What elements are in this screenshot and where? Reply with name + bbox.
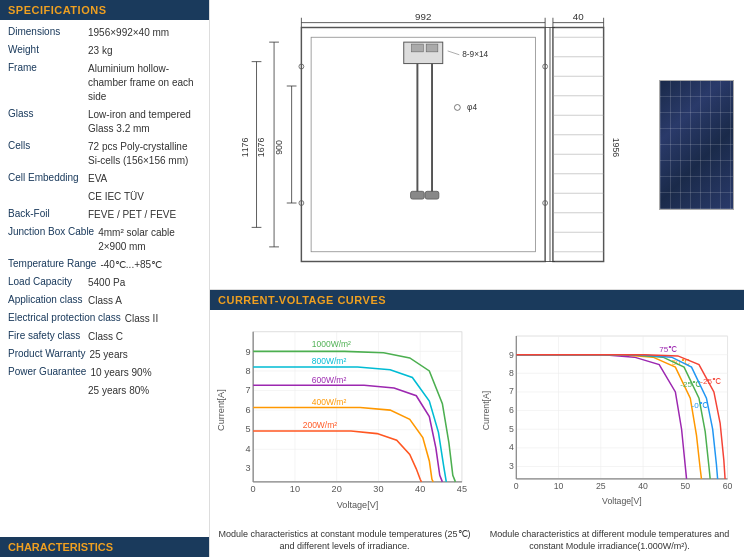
spec-row-elecclass: Electrical protection class Class II bbox=[8, 312, 201, 326]
svg-text:4: 4 bbox=[245, 444, 250, 454]
svg-text:8: 8 bbox=[509, 368, 514, 378]
spec-value-warranty: 25 years bbox=[89, 348, 127, 362]
spec-label-glass: Glass bbox=[8, 108, 88, 119]
svg-text:0: 0 bbox=[514, 481, 519, 491]
spec-value-certs: CE IEC TÜV bbox=[88, 190, 144, 204]
spec-label-dimensions: Dimensions bbox=[8, 26, 88, 37]
svg-rect-9 bbox=[553, 28, 604, 262]
svg-text:Current[A]: Current[A] bbox=[481, 391, 491, 431]
svg-text:45: 45 bbox=[457, 484, 467, 494]
spec-value-appclass: Class A bbox=[88, 294, 122, 308]
spec-label-junctionbox: Junction Box Cable bbox=[8, 226, 98, 237]
svg-text:40: 40 bbox=[415, 484, 425, 494]
spec-value-weight: 23 kg bbox=[88, 44, 112, 58]
svg-text:9: 9 bbox=[509, 350, 514, 360]
svg-text:40: 40 bbox=[638, 481, 648, 491]
chart1-caption: Module characteristics at constant modul… bbox=[214, 528, 475, 553]
svg-rect-10 bbox=[311, 37, 535, 252]
right-panel: 992 40 bbox=[210, 0, 744, 557]
svg-text:1956: 1956 bbox=[611, 138, 621, 158]
panel-grid-overlay bbox=[660, 81, 733, 209]
chart2-svg: 9 8 7 6 5 4 3 0 10 25 40 50 60 bbox=[479, 314, 740, 526]
specs-header: SPECIFICATIONS bbox=[0, 0, 209, 20]
spec-row-backfoil: Back-Foil FEVE / PET / FEVE bbox=[8, 208, 201, 222]
svg-text:8: 8 bbox=[245, 366, 250, 376]
spec-value-elecclass: Class II bbox=[125, 312, 158, 326]
spec-row-temp: Temperature Range -40℃...+85℃ bbox=[8, 258, 201, 272]
chart2-caption: Module characteristics at different modu… bbox=[479, 528, 740, 553]
spec-row-power10: Power Guarantee 10 years 90% bbox=[8, 366, 201, 380]
svg-text:600W/m²: 600W/m² bbox=[312, 375, 347, 385]
spec-label-firesafety: Fire safety class bbox=[8, 330, 88, 341]
spec-value-junctionbox: 4mm² solar cable 2×900 mm bbox=[98, 226, 201, 254]
spec-value-temp: -40℃...+85℃ bbox=[100, 258, 162, 272]
spec-label-warranty: Product Warranty bbox=[8, 348, 89, 359]
spec-label-power10: Power Guarantee bbox=[8, 366, 90, 377]
spec-row-warranty: Product Warranty 25 years bbox=[8, 348, 201, 362]
svg-text:800W/m²: 800W/m² bbox=[312, 356, 347, 366]
spec-label-load: Load Capacity bbox=[8, 276, 88, 287]
svg-text:75℃: 75℃ bbox=[659, 345, 677, 354]
svg-text:5: 5 bbox=[509, 424, 514, 434]
spec-row-firesafety: Fire safety class Class C bbox=[8, 330, 201, 344]
spec-row-cells: Cells 72 pcs Poly-crystalline Si-cells (… bbox=[8, 140, 201, 168]
spec-value-frame: Aluminium hollow-chamber frame on each s… bbox=[88, 62, 201, 104]
svg-rect-13 bbox=[426, 44, 438, 52]
panel-photo-image bbox=[659, 80, 734, 210]
svg-text:60: 60 bbox=[723, 481, 733, 491]
spec-row-junctionbox: Junction Box Cable 4mm² solar cable 2×90… bbox=[8, 226, 201, 254]
svg-text:900: 900 bbox=[274, 140, 284, 155]
spec-value-glass: Low-iron and tempered Glass 3.2 mm bbox=[88, 108, 201, 136]
chart2-wrapper: 9 8 7 6 5 4 3 0 10 25 40 50 60 bbox=[479, 314, 740, 526]
svg-text:3: 3 bbox=[509, 461, 514, 471]
svg-text:Current[A]: Current[A] bbox=[216, 389, 226, 431]
svg-text:10: 10 bbox=[554, 481, 564, 491]
svg-text:9: 9 bbox=[245, 347, 250, 357]
svg-text:30: 30 bbox=[373, 484, 383, 494]
curves-content: 9 8 7 6 5 4 3 0 10 20 30 bbox=[210, 310, 744, 557]
spec-row-frame: Frame Aluminium hollow-chamber frame on … bbox=[8, 62, 201, 104]
svg-text:20: 20 bbox=[332, 484, 342, 494]
spec-value-power25: 25 years 80% bbox=[88, 384, 149, 398]
svg-text:1176: 1176 bbox=[240, 138, 250, 158]
svg-text:992: 992 bbox=[415, 11, 431, 22]
spec-label-weight: Weight bbox=[8, 44, 88, 55]
svg-text:4: 4 bbox=[509, 442, 514, 452]
svg-text:8-9×14: 8-9×14 bbox=[462, 50, 488, 59]
spec-row-cell-embedding: Cell Embedding EVA bbox=[8, 172, 201, 186]
spec-row-weight: Weight 23 kg bbox=[8, 44, 201, 58]
svg-text:1000W/m²: 1000W/m² bbox=[312, 339, 351, 349]
spec-value-firesafety: Class C bbox=[88, 330, 123, 344]
curves-header: CURRENT-VOLTAGE CURVES bbox=[210, 290, 744, 310]
spec-value-cells: 72 pcs Poly-crystalline Si-cells (156×15… bbox=[88, 140, 201, 168]
chart1-container: 9 8 7 6 5 4 3 0 10 20 30 bbox=[214, 314, 475, 553]
svg-text:1676: 1676 bbox=[256, 138, 266, 158]
panel-photo bbox=[656, 8, 736, 281]
diagram-area: 992 40 bbox=[210, 0, 744, 290]
svg-text:200W/m²: 200W/m² bbox=[303, 420, 338, 430]
svg-text:6: 6 bbox=[245, 405, 250, 415]
spec-label-cell-embedding: Cell Embedding bbox=[8, 172, 88, 183]
svg-text:-0℃: -0℃ bbox=[692, 401, 708, 410]
spec-label-appclass: Application class bbox=[8, 294, 88, 305]
svg-rect-12 bbox=[412, 44, 424, 52]
technical-drawing: 992 40 bbox=[218, 8, 648, 281]
spec-label-elecclass: Electrical protection class bbox=[8, 312, 125, 323]
svg-text:7: 7 bbox=[245, 385, 250, 395]
svg-text:7: 7 bbox=[509, 386, 514, 396]
svg-rect-17 bbox=[425, 191, 439, 199]
svg-text:400W/m²: 400W/m² bbox=[312, 397, 347, 407]
svg-text:Voltage[V]: Voltage[V] bbox=[602, 496, 642, 506]
spec-value-load: 5400 Pa bbox=[88, 276, 125, 290]
spec-row-load: Load Capacity 5400 Pa bbox=[8, 276, 201, 290]
spec-label-cells: Cells bbox=[8, 140, 88, 151]
svg-text:6: 6 bbox=[509, 405, 514, 415]
svg-text:0: 0 bbox=[251, 484, 256, 494]
spec-value-backfoil: FEVE / PET / FEVE bbox=[88, 208, 176, 222]
spec-label-backfoil: Back-Foil bbox=[8, 208, 88, 219]
svg-text:Voltage[V]: Voltage[V] bbox=[337, 500, 379, 510]
left-panel: SPECIFICATIONS Dimensions 1956×992×40 mm… bbox=[0, 0, 210, 557]
spec-row-power25: 25 years 80% bbox=[8, 384, 201, 398]
spec-value-dimensions: 1956×992×40 mm bbox=[88, 26, 169, 40]
svg-rect-16 bbox=[411, 191, 425, 199]
